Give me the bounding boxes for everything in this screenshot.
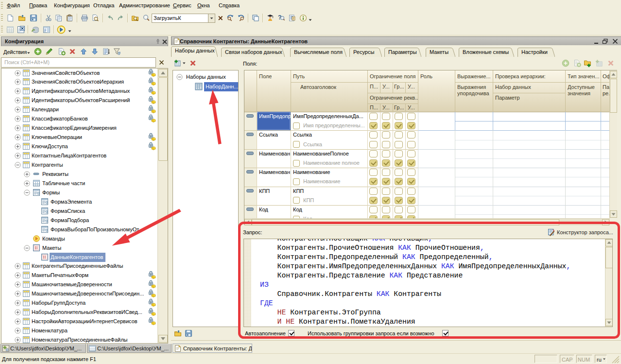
svg-text:Вычисляемые поля: Вычисляемые поля xyxy=(294,49,343,55)
svg-text:Ресурсы: Ресурсы xyxy=(353,49,374,55)
svg-text:Настройки: Настройки xyxy=(521,49,548,55)
svg-text:Связи наборов данных: Связи наборов данных xyxy=(225,49,282,55)
svg-text:Вложенные схемы: Вложенные схемы xyxy=(463,49,509,55)
svg-text:Наборы данных: Наборы данных xyxy=(175,48,215,53)
svg-text:Макеты: Макеты xyxy=(430,49,448,55)
svg-text:Параметры: Параметры xyxy=(388,49,417,55)
